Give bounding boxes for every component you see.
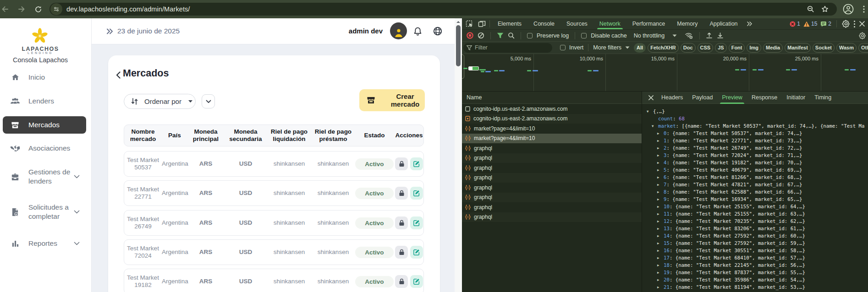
- json-tree-line[interactable]: ▶15: {name: "Test Market 27592", market_…: [642, 240, 868, 247]
- requests-name-header[interactable]: Name: [462, 92, 642, 104]
- devtools-tab-application[interactable]: Application: [703, 18, 743, 29]
- json-tree-line[interactable]: ▶13: {name: "Test Market 83206", market_…: [642, 225, 868, 233]
- collapse-filters-button[interactable]: [202, 94, 215, 108]
- back-button[interactable]: [0, 1, 13, 17]
- sidebar-item-gestiones-de-lenders[interactable]: Gestiones de lenders: [3, 166, 86, 188]
- inspect-element-icon[interactable]: [466, 20, 473, 27]
- more-filters-button[interactable]: More filters: [593, 44, 621, 51]
- edit-market-button[interactable]: [410, 157, 423, 170]
- json-tree-line[interactable]: ▶5: {name: "Test Market 40679", market_i…: [642, 167, 868, 174]
- market-row[interactable]: Test Market26749ArgentinaARSUSDshinkanse…: [124, 210, 424, 236]
- filter-input[interactable]: Filter: [463, 43, 552, 53]
- json-tree-line[interactable]: ▶9: {name: "Test Market 16934", market_i…: [642, 196, 868, 203]
- user-name[interactable]: admin dev: [349, 27, 383, 35]
- json-tree-line[interactable]: ▼market: [{name: "Test Market 50537", ma…: [642, 123, 868, 130]
- filter-chip-fetch-xhr[interactable]: Fetch/XHR: [648, 43, 679, 53]
- detail-tab-initiator[interactable]: Initiator: [782, 92, 810, 104]
- edit-market-button[interactable]: [410, 216, 423, 229]
- reload-button[interactable]: [30, 1, 46, 17]
- json-tree-line[interactable]: ▶19: {name: "Test Market 87837", market_…: [642, 269, 868, 276]
- json-tree-line[interactable]: ▶12: {name: "Test Market 70235", market_…: [642, 218, 868, 225]
- browser-menu-button[interactable]: [860, 4, 868, 15]
- detail-tab-timing[interactable]: Timing: [810, 92, 836, 104]
- json-tree-line[interactable]: ▶20: {name: "Test Market 35986", market_…: [642, 276, 868, 284]
- network-conditions-icon[interactable]: [685, 32, 693, 39]
- expand-chevron[interactable]: [74, 175, 80, 178]
- search-icon[interactable]: [508, 32, 515, 39]
- language-button[interactable]: [433, 26, 443, 36]
- devtools-tab-memory[interactable]: Memory: [671, 18, 703, 29]
- forward-button[interactable]: [14, 1, 29, 17]
- errors-badge[interactable]: 1: [790, 21, 800, 27]
- throttling-select[interactable]: No throttling: [634, 32, 665, 39]
- address-bar[interactable]: dev.lapachoslending.com/admin/Markets/: [49, 3, 837, 16]
- devtools-tab-network[interactable]: Network: [593, 18, 626, 29]
- scrollbar-thumb[interactable]: [456, 25, 461, 66]
- network-overview-timeline[interactable]: 5,000 ms10,000 ms15,000 ms20,000 ms25,00…: [462, 54, 868, 92]
- sidebar-item-inicio[interactable]: Inicio: [3, 69, 86, 86]
- invert-checkbox[interactable]: [560, 45, 566, 50]
- request-row[interactable]: cognito-idp.us-east-2.amazonaws.com: [462, 104, 642, 114]
- devtools-tab-elements[interactable]: Elements: [492, 18, 527, 29]
- sidebar-item-mercados[interactable]: Mercados: [3, 116, 86, 134]
- market-row[interactable]: Test Market50537ArgentinaARSUSDshinkanse…: [124, 151, 424, 177]
- url-text[interactable]: dev.lapachoslending.com/admin/Markets/: [66, 5, 190, 13]
- sidebar-item-reportes[interactable]: Reportes: [3, 236, 86, 251]
- lock-market-button[interactable]: [395, 216, 408, 229]
- request-row[interactable]: graphql: [462, 183, 642, 193]
- filter-chip-wasm[interactable]: Wasm: [836, 43, 857, 53]
- request-row[interactable]: graphql: [462, 163, 642, 173]
- edit-market-button[interactable]: [410, 275, 423, 288]
- messages-badge[interactable]: 2: [820, 21, 831, 27]
- import-har-icon[interactable]: [706, 32, 713, 39]
- json-tree-line[interactable]: ▶4: {name: "Test Market 19182", market_i…: [642, 159, 868, 167]
- notifications-button[interactable]: [413, 27, 423, 37]
- sort-by-dropdown[interactable]: Ordenar por: [124, 94, 196, 109]
- warnings-badge[interactable]: 15: [803, 21, 817, 27]
- devtools-settings-icon[interactable]: [842, 20, 850, 28]
- device-toolbar-icon[interactable]: [478, 20, 486, 27]
- json-tree-line[interactable]: count: 68: [642, 115, 868, 123]
- sidebar-item-asociaciones[interactable]: Asociaciones: [3, 140, 86, 157]
- filter-chip-media[interactable]: Media: [763, 43, 783, 53]
- invert-label[interactable]: Invert: [569, 44, 583, 51]
- filter-icon[interactable]: [497, 32, 504, 39]
- json-tree-line[interactable]: ▶7: {name: "Test Market 47821", market_i…: [642, 181, 868, 189]
- filter-chip-all[interactable]: All: [634, 43, 646, 53]
- request-row[interactable]: graphql: [462, 212, 642, 222]
- json-tree-line[interactable]: ▼{,…}: [642, 108, 868, 115]
- edit-market-button[interactable]: [410, 246, 423, 259]
- filter-chip-js[interactable]: JS: [715, 43, 726, 53]
- json-tree-line[interactable]: ▶3: {name: "Test Market 72024", market_i…: [642, 152, 868, 159]
- request-row[interactable]: market?page=4&limit=10: [462, 134, 642, 144]
- edit-market-button[interactable]: [410, 187, 423, 200]
- record-button-icon[interactable]: [467, 32, 473, 39]
- site-info-button[interactable]: [50, 3, 62, 15]
- json-tree-line[interactable]: ▶21: {name: "Test Market 81194", market_…: [642, 284, 868, 291]
- bookmark-button[interactable]: [821, 5, 829, 13]
- devtools-close-icon[interactable]: [859, 21, 865, 27]
- request-row[interactable]: market?page=4&limit=10: [462, 124, 642, 134]
- more-tabs-button[interactable]: [744, 18, 755, 29]
- page-scrollbar[interactable]: [455, 18, 462, 292]
- close-detail-button[interactable]: [646, 92, 656, 103]
- detail-tab-response[interactable]: Response: [747, 92, 782, 104]
- filter-chip-manifest[interactable]: Manifest: [785, 43, 811, 53]
- filter-chip-img[interactable]: Img: [747, 43, 761, 53]
- create-market-button[interactable]: Crearmercado: [359, 89, 425, 111]
- json-tree-line[interactable]: ▶14: {name: "Test Market 27592", market_…: [642, 233, 868, 240]
- filter-chip-font[interactable]: Font: [729, 43, 745, 53]
- json-tree-line[interactable]: ▶17: {name: "Test Market 68410", market_…: [642, 254, 868, 262]
- current-date[interactable]: 23 de junio de 2025: [117, 27, 180, 35]
- browser-profile-button[interactable]: [842, 3, 854, 15]
- devtools-tab-console[interactable]: Console: [527, 18, 560, 29]
- request-row[interactable]: graphql: [462, 193, 642, 203]
- zoom-button[interactable]: [807, 5, 815, 13]
- lock-market-button[interactable]: [395, 275, 408, 288]
- lock-market-button[interactable]: [395, 246, 408, 259]
- devtools-tab-sources[interactable]: Sources: [560, 18, 593, 29]
- sidebar-expand-button[interactable]: [105, 27, 114, 36]
- lock-market-button[interactable]: [395, 157, 408, 170]
- disable-cache-label[interactable]: Disable cache: [591, 32, 627, 39]
- json-tree-line[interactable]: ▶11: {name: "Test Market 25155", market_…: [642, 211, 868, 218]
